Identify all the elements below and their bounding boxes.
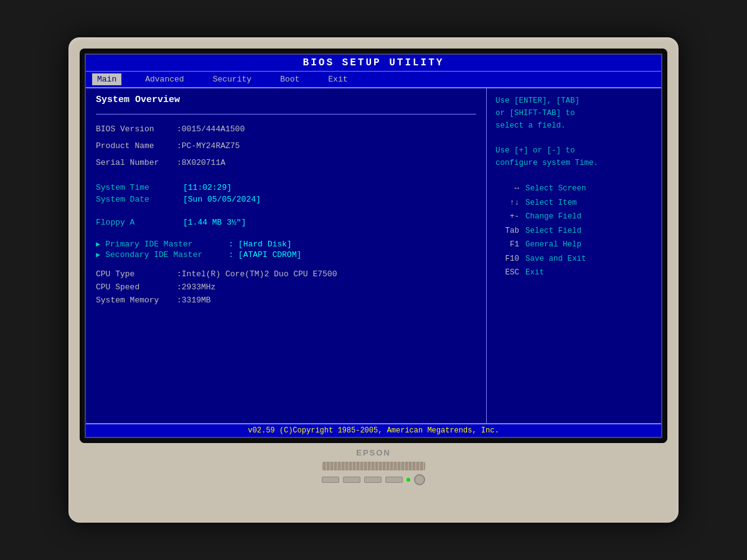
- bios-version-label: BIOS Version: [96, 123, 177, 136]
- serial-number-label: Serial Number: [96, 157, 177, 170]
- ide-secondary-value: : [ATAPI CDROM]: [228, 250, 301, 259]
- cpu-section: CPU Type :Intel(R) Core(TM)2 Duo CPU E75…: [96, 268, 476, 307]
- keybind-action: General Help: [525, 238, 581, 252]
- ide-master-label: Primary IDE Master: [105, 240, 223, 249]
- keybind-key: ↔: [496, 182, 519, 196]
- keybind-row: TabSelect Field: [496, 224, 652, 238]
- keybind-action: Save and Exit: [525, 252, 586, 266]
- main-panel: System Overview BIOS Version :0015/444A1…: [86, 88, 487, 423]
- ctrl-btn-1[interactable]: [322, 477, 339, 483]
- keybind-key: +-: [496, 210, 519, 224]
- help-text-block-2: Use [+] or [-] to configure system Time.: [496, 144, 652, 169]
- help-line-3: select a field.: [496, 119, 652, 132]
- ctrl-btn-4[interactable]: [385, 477, 403, 483]
- keybind-row: +-Change Field: [496, 210, 652, 224]
- power-button[interactable]: [414, 474, 425, 485]
- menu-item-main[interactable]: Main: [92, 73, 121, 85]
- product-name-value: :PC-MY24RAZ75: [177, 140, 240, 153]
- ide-master-value: : [Hard Disk]: [228, 240, 291, 249]
- content-area: System Overview BIOS Version :0015/444A1…: [86, 88, 661, 423]
- power-led: [406, 478, 410, 482]
- monitor: BIOS SETUP UTILITY Main Advanced Securit…: [68, 37, 679, 523]
- menu-item-exit[interactable]: Exit: [323, 73, 352, 85]
- menu-item-advanced[interactable]: Advanced: [140, 73, 189, 85]
- serial-number-value: :8X020711A: [177, 157, 225, 170]
- keybind-key: F1: [496, 238, 519, 252]
- cpu-speed-label: CPU Speed: [96, 281, 177, 294]
- ide-master-arrow: ▶: [96, 240, 100, 249]
- bios-title: BIOS SETUP UTILITY: [303, 57, 444, 68]
- product-name-label: Product Name: [96, 140, 177, 153]
- keybind-row: ESCExit: [496, 266, 652, 280]
- ide-secondary-label: Secondary IDE Master: [105, 250, 223, 259]
- keybind-section: ↔Select Screen↑↓Select Item+-Change Fiel…: [496, 182, 652, 280]
- keybind-key: F10: [496, 252, 519, 266]
- cpu-speed-row: CPU Speed :2933MHz: [96, 281, 476, 294]
- title-bar: BIOS SETUP UTILITY: [86, 55, 661, 72]
- keybind-action: Change Field: [525, 210, 581, 224]
- floppy-row[interactable]: Floppy A [1.44 MB 3½"]: [96, 218, 476, 227]
- floppy-value: [1.44 MB 3½"]: [183, 218, 246, 227]
- system-date-label: System Date: [96, 195, 177, 204]
- ide-secondary-row[interactable]: ▶ Secondary IDE Master : [ATAPI CDROM]: [96, 250, 476, 259]
- help-line-1: Use [ENTER], [TAB]: [496, 95, 652, 107]
- keybind-key: ↑↓: [496, 196, 519, 210]
- keybind-key: Tab: [496, 224, 519, 238]
- keybind-action: Exit: [525, 266, 544, 280]
- system-memory-value: :3319MB: [177, 294, 211, 307]
- status-bar: v02.59 (C)Copyright 1985-2005, American …: [86, 423, 661, 437]
- help-panel: Use [ENTER], [TAB] or [SHIFT-TAB] to sel…: [487, 88, 661, 423]
- keybind-row: F1General Help: [496, 238, 652, 252]
- speaker-grille: [322, 462, 425, 470]
- status-text: v02.59 (C)Copyright 1985-2005, American …: [248, 426, 499, 435]
- bios-screen: BIOS SETUP UTILITY Main Advanced Securit…: [85, 54, 662, 438]
- system-date-row[interactable]: System Date [Sun 05/05/2024]: [96, 195, 476, 204]
- system-time-label: System Time: [96, 183, 177, 192]
- help-line-5: configure system Time.: [496, 157, 652, 169]
- ide-secondary-arrow: ▶: [96, 250, 100, 259]
- help-line-4: Use [+] or [-] to: [496, 144, 652, 157]
- cpu-type-label: CPU Type: [96, 268, 177, 281]
- menu-bar[interactable]: Main Advanced Security Boot Exit: [86, 72, 661, 88]
- keybind-action: Select Item: [525, 196, 577, 210]
- monitor-controls: [322, 474, 425, 485]
- monitor-bottom: EPSON: [322, 443, 425, 485]
- keybind-action: Select Screen: [525, 182, 586, 196]
- screen-bezel: BIOS SETUP UTILITY Main Advanced Securit…: [80, 49, 667, 443]
- keybind-row: ↔Select Screen: [496, 182, 652, 196]
- ctrl-btn-3[interactable]: [364, 477, 382, 483]
- keybind-action: Select Field: [525, 224, 581, 238]
- cpu-speed-value: :2933MHz: [177, 281, 215, 294]
- keybind-row: ↑↓Select Item: [496, 196, 652, 210]
- product-name-row: Product Name :PC-MY24RAZ75: [96, 140, 476, 153]
- system-time-value: [11:02:29]: [183, 183, 232, 192]
- monitor-brand: EPSON: [356, 448, 391, 457]
- section-title: System Overview: [96, 95, 476, 105]
- section-divider: [96, 114, 476, 114]
- ide-master-row[interactable]: ▶ Primary IDE Master : [Hard Disk]: [96, 240, 476, 249]
- ctrl-btn-2[interactable]: [343, 477, 360, 483]
- bios-version-value: :0015/444A1500: [177, 123, 245, 136]
- help-text-block: Use [ENTER], [TAB] or [SHIFT-TAB] to sel…: [496, 95, 652, 132]
- menu-item-security[interactable]: Security: [208, 73, 256, 85]
- floppy-label: Floppy A: [96, 218, 177, 227]
- system-memory-label: System Memory: [96, 294, 177, 307]
- help-line-2: or [SHIFT-TAB] to: [496, 107, 652, 119]
- system-time-row[interactable]: System Time [11:02:29]: [96, 183, 476, 192]
- system-memory-row: System Memory :3319MB: [96, 294, 476, 307]
- keybind-key: ESC: [496, 266, 519, 280]
- serial-number-row: Serial Number :8X020711A: [96, 157, 476, 170]
- cpu-type-row: CPU Type :Intel(R) Core(TM)2 Duo CPU E75…: [96, 268, 476, 281]
- keybind-row: F10Save and Exit: [496, 252, 652, 266]
- system-date-value: [Sun 05/05/2024]: [183, 195, 261, 204]
- bios-version-row: BIOS Version :0015/444A1500: [96, 123, 476, 136]
- menu-item-boot[interactable]: Boot: [275, 73, 304, 85]
- cpu-type-value: :Intel(R) Core(TM)2 Duo CPU E7500: [177, 268, 337, 281]
